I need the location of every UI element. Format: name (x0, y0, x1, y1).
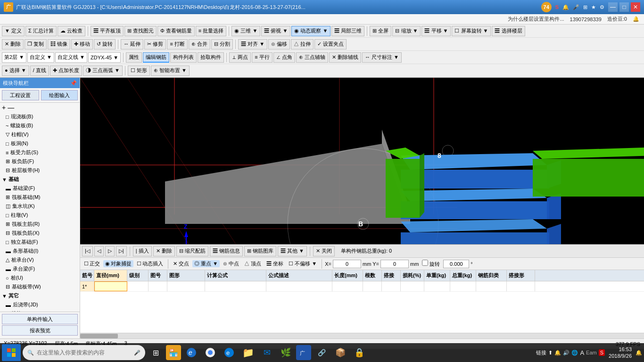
titlebar-controls[interactable]: — □ ✕ (608, 2, 640, 12)
taskbar-app-chrome[interactable] (202, 344, 219, 361)
btn-zoom[interactable]: ⊟ 缩放 ▼ (392, 26, 421, 36)
btn-batch-select[interactable]: ≡ 批量选择 (196, 26, 226, 36)
btn-delete[interactable]: ✕ 删除 (2, 39, 24, 49)
btn-line-tool[interactable]: / 直线 (30, 66, 49, 76)
btn-rotate[interactable]: ↺ 旋转 (94, 39, 116, 49)
x-input[interactable] (333, 260, 361, 268)
btn-scale-rebar[interactable]: ⊟ 缩尺配筋 (176, 246, 208, 256)
tree-item-jsk[interactable]: ◫集水坑(K) (0, 202, 80, 211)
tree-item-lxb[interactable]: ~螺旋板(B) (0, 121, 80, 130)
tree-item-hjd[interactable]: ▬后浇带(JD) (0, 300, 80, 309)
btn-3d[interactable]: ◉ 三维 ▼ (231, 26, 260, 36)
taskbar-app-email[interactable]: ✉ (258, 344, 275, 361)
taskbar-app-lock[interactable]: 🔒 (351, 344, 368, 361)
horizontal-scrollbar[interactable] (80, 333, 644, 338)
btn-screen-rotate[interactable]: ☐ 屏幕旋转 ▼ (452, 26, 491, 36)
floor-select[interactable]: 第2层 ▼ (2, 52, 26, 63)
cell-diameter[interactable] (94, 281, 127, 291)
btn-next[interactable]: ▷ (105, 246, 115, 256)
tree-item-zd[interactable]: □柱墩(V) (0, 211, 80, 220)
btn-move[interactable]: ✚ 移动 (71, 39, 93, 49)
y-input[interactable] (380, 260, 409, 268)
snap-coord[interactable]: ☰ 坐标 (264, 260, 285, 267)
btn-topview[interactable]: ☰ 俯视 ▼ (261, 26, 290, 36)
btn-rebar-info[interactable]: ☰ 钢筋信息 (210, 246, 243, 256)
btn-local-3d[interactable]: ☰ 局部三维 (331, 26, 364, 36)
btn-find-elem[interactable]: ⊞ 查找图元 (124, 26, 157, 36)
snap-midpoint[interactable]: ◎ 重点 ▼ (192, 260, 220, 267)
btn-split[interactable]: ⊟ 分割 (211, 39, 233, 49)
code-select[interactable]: ZDYX-45 ▼ (88, 52, 121, 63)
btn-prev[interactable]: ◁ (94, 246, 104, 256)
tree-item-fbzj[interactable]: ⊞筏板主筋(R) (0, 220, 80, 229)
btn-view-rebar[interactable]: Φ 查看钢筋量 (157, 26, 195, 36)
btn-dynamic-view[interactable]: ◉ 动态观察 ▼ (291, 26, 330, 36)
taskbar-app-pkg[interactable]: 📦 (332, 344, 349, 361)
tray-lang-a[interactable]: A (580, 349, 584, 356)
floor-type-select[interactable]: 自定义 ▼ (27, 52, 54, 63)
minimize-button[interactable]: — (608, 2, 618, 12)
taskbar-app-edge[interactable]: e (221, 344, 238, 361)
btn-merge[interactable]: ⊕ 合并 (189, 39, 210, 49)
tray-lang-s[interactable]: S (599, 349, 605, 356)
btn-other[interactable]: ☰ 其他 ▼ (278, 246, 307, 256)
btn-edit-rebar[interactable]: 编辑钢筋 (143, 52, 169, 63)
btn-last[interactable]: ▷| (116, 246, 127, 256)
btn-stretch[interactable]: △ 拉伸 (291, 39, 314, 49)
taskbar-app-folder[interactable]: 📁 (239, 344, 256, 361)
btn-report[interactable]: 报表预览 (2, 325, 78, 336)
snap-intersect[interactable]: ✕ 交点 (171, 260, 191, 267)
btn-select-tool[interactable]: ● 选择 ▼ (2, 66, 29, 76)
tree-item-bslj[interactable]: ≡板受力筋(S) (0, 148, 80, 157)
tree-item-jcbd[interactable]: ⊟基础板带(W) (0, 282, 80, 291)
btn-comp-list[interactable]: 构件列表 (170, 52, 197, 63)
tree-item-zcbd[interactable]: ⊟桩层板带(H) (0, 166, 80, 175)
btn-extend[interactable]: ↔ 延伸 (121, 39, 143, 49)
btn-props[interactable]: 属性 (126, 52, 142, 63)
taskbar-search[interactable]: 🔍 在这里输入你要搜索的内容 🎤 (23, 345, 145, 360)
tree-item-zhu[interactable]: ○桩(U) (0, 273, 80, 282)
tree-item-fbj[interactable]: ⊞筏板基础(M) (0, 193, 80, 202)
taskbar-app-ie[interactable]: e (183, 344, 200, 361)
taskbar-app-taskview[interactable]: ⊞ (147, 344, 164, 361)
btn-rect-tool[interactable]: ☐ 矩形 (128, 66, 150, 76)
btn-del-row[interactable]: ✕ 删除 (153, 246, 175, 256)
btn-three-axis[interactable]: ⊕ 三点辅轴 (296, 52, 328, 63)
btn-fullscreen[interactable]: ⊞ 全屏 (370, 26, 391, 36)
tree-item-txjc[interactable]: ▬条形基础(I) (0, 247, 80, 255)
btn-dim-note[interactable]: ↔ 尺寸标注 ▼ (362, 52, 402, 63)
viewport[interactable]: 8 A 1 B A A Z X (80, 78, 644, 244)
nav-draw-input[interactable]: 绘图输入 (41, 90, 78, 100)
tree-group-foundation[interactable]: ▼基础 (0, 175, 80, 184)
snap-vertex[interactable]: △ 顶点 (242, 260, 263, 267)
btn-parallel[interactable]: ≡ 平行 (252, 52, 272, 63)
btn-del-axis[interactable]: ✕ 删除辅线 (329, 52, 361, 63)
taskbar-app-ggj[interactable]: 广 (296, 345, 311, 360)
btn-cloud-check[interactable]: ☁ 云检查 (58, 26, 85, 36)
snap-orthogonal[interactable]: ☐正交 (82, 260, 102, 267)
maximize-button[interactable]: □ (619, 2, 629, 12)
tree-group-other[interactable]: ▼其它 (0, 291, 80, 300)
btn-align-top[interactable]: ☰ 平齐板顶 (91, 26, 124, 36)
btn-offset[interactable]: ⊙ 偏移 (268, 39, 290, 49)
btn-point-len[interactable]: ✚ 点加长度 (50, 66, 82, 76)
tree-item-bd[interactable]: □板洞(N) (0, 139, 80, 148)
btn-insert[interactable]: | 插入 (133, 246, 152, 256)
tree-item-xjb[interactable]: □现浇板(B) (0, 112, 80, 121)
tree-item-zct[interactable]: △桩承台(V) (0, 255, 80, 264)
snap-dynamic[interactable]: ☐动态插入 (135, 260, 165, 267)
btn-break[interactable]: ≡ 打断 (167, 39, 187, 49)
add-icon[interactable]: + (2, 104, 6, 111)
btn-select-floor[interactable]: ☰ 选择楼层 (492, 26, 525, 36)
taskbar-app-links[interactable]: 🔗 (313, 344, 330, 361)
scrollbar-thumb[interactable] (80, 334, 118, 338)
btn-close-panel[interactable]: ✕ 关闭 (313, 246, 335, 256)
btn-copy[interactable]: ❐ 复制 (25, 39, 47, 49)
btn-trim[interactable]: ✂ 修剪 (144, 39, 166, 49)
tree-item-bfj[interactable]: ⊞板负筋(F) (0, 157, 80, 166)
btn-define[interactable]: ▼ 定义 (2, 26, 25, 36)
tree-item-zm[interactable]: ▽柱帽(V) (0, 130, 80, 139)
btn-two-pts[interactable]: ⊥ 两点 (229, 52, 251, 63)
btn-angle-pt[interactable]: ∠ 点角 (273, 52, 295, 63)
btn-first[interactable]: |◁ (82, 246, 93, 256)
